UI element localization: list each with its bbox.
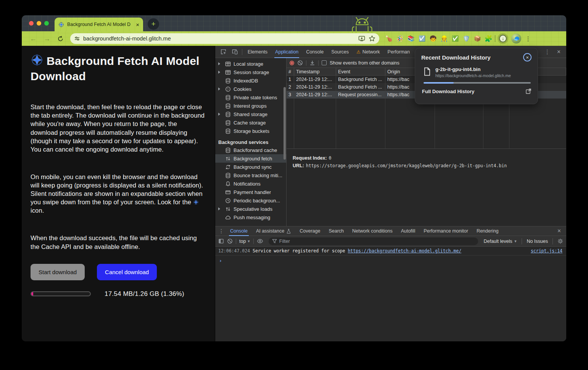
sidebar-item-interest-groups[interactable]: Interest groups	[215, 102, 286, 110]
tab-performance[interactable]: Performan	[384, 46, 414, 58]
download-file-name[interactable]: g-2b-it-gpu-int4.bin	[435, 66, 511, 72]
console-filter[interactable]	[269, 238, 478, 245]
drawer-tab-console[interactable]: Console	[226, 226, 252, 236]
tab-sources[interactable]: Sources	[327, 46, 353, 58]
extension-icon-8[interactable]: 🛡️	[462, 35, 470, 42]
expand-arrow-icon[interactable]	[218, 113, 220, 116]
sidebar-item-speculative-loads[interactable]: Speculative loads	[215, 205, 286, 213]
message-scope-link[interactable]: https://backgroundfetch-ai-model.glitch.…	[348, 248, 461, 254]
url-text[interactable]: backgroundfetch-ai-model.glitch.me	[83, 36, 355, 42]
extension-icon-3[interactable]: 📚	[407, 35, 415, 42]
download-progress-indicator[interactable]: ↓	[498, 33, 508, 44]
sidebar-item-bounce-tracking[interactable]: Bounce tracking miti...	[215, 171, 286, 179]
drawer-tab-search[interactable]: Search	[324, 226, 348, 236]
bookmark-star-icon[interactable]	[369, 35, 375, 42]
drawer-menu-kebab-icon[interactable]: ⋮	[217, 228, 226, 234]
close-window-button[interactable]	[29, 21, 34, 26]
sidebar-item-cache-storage[interactable]: Cache storage	[215, 118, 286, 127]
request-details-pane: Request Index:0 URL:https://storage.goog…	[287, 149, 566, 226]
download-file-url: https://backgroundfetch-ai-model.glitch.…	[435, 73, 511, 78]
profile-avatar[interactable]: 🧢	[511, 34, 521, 44]
devtools-menu-kebab-icon[interactable]: ⋮	[541, 48, 554, 55]
drawer-tab-coverage[interactable]: Coverage	[295, 226, 324, 236]
save-events-icon[interactable]	[309, 60, 315, 66]
filter-input[interactable]	[279, 239, 475, 244]
console-settings-gear-icon[interactable]	[557, 238, 563, 244]
filter-funnel-icon	[272, 239, 277, 244]
cancel-download-button[interactable]: Cancel download	[97, 264, 157, 280]
sidebar-item-storage-buckets[interactable]: Storage buckets	[215, 127, 286, 135]
address-bar[interactable]: backgroundfetch-ai-model.glitch.me	[70, 33, 379, 44]
eye-live-expression-icon[interactable]	[257, 239, 263, 244]
extension-icon-1[interactable]: 🍗	[385, 35, 393, 42]
extension-icon-9[interactable]: 📦	[473, 35, 482, 42]
sidebar-item-private-state-tokens[interactable]: Private state tokens	[215, 93, 286, 102]
full-download-history-link[interactable]: Full Download History	[422, 89, 474, 94]
forward-icon[interactable]: →	[43, 35, 50, 43]
sidebar-item-back-forward-cache[interactable]: Back/forward cache	[215, 146, 286, 154]
console-sidebar-icon[interactable]	[218, 238, 224, 244]
inspect-element-icon[interactable]	[217, 48, 229, 55]
drawer-tab-autofill[interactable]: Autofill	[397, 226, 420, 236]
expand-arrow-icon[interactable]	[218, 87, 220, 90]
drawer-tab-rendering[interactable]: Rendering	[472, 226, 503, 236]
browser-menu-kebab-icon[interactable]: ⋮	[525, 35, 531, 42]
page-progress-bar	[31, 291, 91, 296]
site-settings-icon[interactable]	[74, 36, 80, 42]
clear-icon[interactable]	[297, 60, 303, 66]
extension-icon-5[interactable]: 🧒	[429, 35, 437, 42]
download-item[interactable]: g-2b-it-gpu-int4.bin https://backgroundf…	[421, 66, 532, 78]
context-selector[interactable]: top▼	[239, 239, 250, 244]
tab-elements[interactable]: Elements	[244, 46, 271, 58]
levels-dropdown[interactable]: Default levels▼	[483, 239, 517, 244]
record-icon[interactable]	[290, 61, 294, 65]
drawer-tab-ai-assistance[interactable]: AI assistance	[252, 226, 295, 236]
sidebar-item-indexeddb[interactable]: IndexedDB	[215, 76, 286, 85]
install-app-icon[interactable]	[358, 36, 366, 42]
extension-icon-6[interactable]: 👷	[440, 35, 448, 42]
device-toolbar-icon[interactable]	[229, 48, 240, 55]
issues-counter[interactable]: No Issues	[527, 239, 548, 244]
extension-icon-4[interactable]: ☑️	[418, 35, 426, 42]
extension-icon-2[interactable]: 🪅	[396, 35, 404, 42]
sidebar-item-notifications[interactable]: Notifications	[215, 179, 286, 188]
tab-application[interactable]: Application	[271, 46, 302, 58]
sidebar-item-background-fetch[interactable]: Background fetch	[215, 154, 286, 163]
popup-close-icon[interactable]: ×	[523, 53, 532, 61]
sidebar-item-push-messaging[interactable]: Push messaging	[215, 213, 286, 221]
sidebar-item-background-sync[interactable]: Background sync	[215, 163, 286, 171]
up-down-arrows-icon	[225, 206, 231, 212]
show-events-checkbox[interactable]	[322, 60, 327, 65]
drawer-tab-performance-monitor[interactable]: Performance monitor	[419, 226, 472, 236]
sidebar-scrollbar[interactable]	[284, 87, 286, 160]
reload-icon[interactable]	[57, 36, 64, 42]
minimize-window-button[interactable]	[37, 21, 41, 26]
console-prompt-chevron[interactable]: ›	[215, 255, 566, 263]
external-link-icon[interactable]	[525, 88, 532, 94]
tab-network[interactable]: ⚠Network	[353, 46, 384, 58]
expand-arrow-icon[interactable]	[218, 62, 220, 65]
extension-icon-7[interactable]: ✅	[451, 35, 459, 42]
maximize-window-button[interactable]	[44, 21, 49, 26]
sidebar-item-cookies[interactable]: Cookies	[215, 85, 286, 93]
extensions-puzzle-icon[interactable]: 🧩	[484, 35, 493, 43]
tab-console[interactable]: Console	[302, 46, 327, 58]
start-download-button[interactable]: Start download	[31, 264, 85, 280]
sidebar-item-periodic-background-sync[interactable]: Periodic backgroun...	[215, 196, 286, 205]
expand-arrow-icon[interactable]	[218, 207, 220, 210]
tab-close-icon[interactable]: ×	[136, 22, 139, 27]
message-source-link[interactable]: script.js:14	[531, 248, 562, 254]
drawer-close-icon[interactable]: ×	[554, 228, 565, 234]
browser-tab[interactable]: Background Fetch AI Model D ×	[55, 18, 143, 31]
drawer-tab-bar: ⋮ Console AI assistance Coverage Search …	[215, 226, 566, 236]
new-tab-button[interactable]: +	[148, 18, 159, 30]
sidebar-item-session-storage[interactable]: Session storage	[215, 68, 286, 76]
sidebar-item-local-storage[interactable]: Local storage	[215, 60, 286, 68]
sidebar-item-shared-storage[interactable]: Shared storage	[215, 110, 286, 118]
drawer-tab-network-conditions[interactable]: Network conditions	[348, 226, 397, 236]
expand-arrow-icon[interactable]	[218, 71, 220, 74]
sidebar-item-payment-handler[interactable]: Payment handler	[215, 188, 286, 196]
back-icon[interactable]: ←	[30, 35, 37, 43]
clear-console-icon[interactable]	[227, 238, 233, 244]
devtools-close-icon[interactable]: ×	[554, 48, 564, 55]
